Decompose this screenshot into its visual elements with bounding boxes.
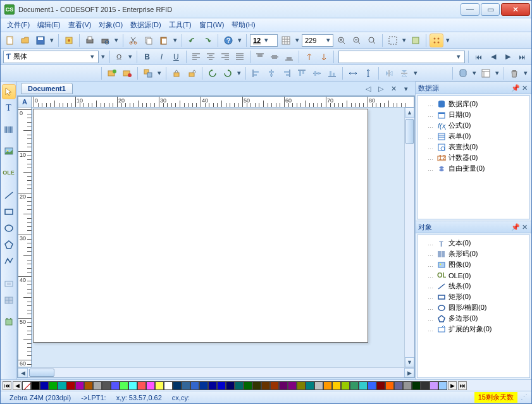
label-page[interactable] <box>33 109 368 343</box>
titlebar[interactable]: CS Document1 - CODESOFT 2015 - Enterpris… <box>1 1 531 18</box>
db-dropdown[interactable]: ▾ <box>471 66 478 80</box>
color-swatch[interactable] <box>412 381 421 390</box>
cut-button[interactable] <box>127 34 140 47</box>
menu-edit[interactable]: 编辑(E) <box>34 19 65 31</box>
tree-item[interactable]: 表单(0) <box>420 131 527 142</box>
tree-item[interactable]: 圆形/椭圆(0) <box>420 302 527 313</box>
align-left-button[interactable] <box>249 66 263 80</box>
fontsize-combo[interactable]: 12 ▾ <box>250 34 278 47</box>
color-swatch[interactable] <box>137 381 146 390</box>
zoomfit-button[interactable] <box>365 34 379 47</box>
trash-dropdown[interactable]: ▾ <box>523 66 529 80</box>
vertical-ruler[interactable]: 0102030405060 <box>18 107 32 367</box>
palette-prev-button[interactable]: ◀ <box>13 381 22 390</box>
scroll-thumb[interactable] <box>405 119 414 144</box>
color-swatch[interactable] <box>208 381 217 390</box>
color-swatch[interactable] <box>235 381 244 390</box>
help-button[interactable]: ? <box>221 34 235 47</box>
color-swatch[interactable] <box>155 381 164 390</box>
flipV-button[interactable] <box>397 66 411 80</box>
color-swatch[interactable] <box>217 381 226 390</box>
print-preview-button[interactable] <box>98 34 112 47</box>
dist-h-button[interactable] <box>346 66 360 80</box>
maximize-button[interactable]: ▭ <box>481 3 500 16</box>
pointer-tool[interactable] <box>2 84 16 99</box>
ruler-corner[interactable]: A <box>18 96 32 107</box>
next-button[interactable]: ▶ <box>501 50 514 64</box>
color-swatch[interactable] <box>146 381 155 390</box>
chevron-down-icon[interactable]: ▾ <box>262 36 271 44</box>
color-swatch[interactable] <box>403 381 412 390</box>
flip-dropdown[interactable]: ▾ <box>412 66 419 80</box>
tree-item[interactable]: 扩展的对象(0) <box>420 324 527 334</box>
color-swatch[interactable] <box>252 381 261 390</box>
menu-window[interactable]: 窗口(W) <box>195 19 228 31</box>
redo-button[interactable] <box>201 34 214 47</box>
color-swatch[interactable] <box>190 381 199 390</box>
undo-button[interactable] <box>185 34 199 47</box>
layer2-button[interactable] <box>120 66 134 80</box>
alignjustify-button[interactable] <box>233 50 247 64</box>
trash-button[interactable] <box>507 66 521 80</box>
menu-view[interactable]: 查看(V) <box>65 19 96 31</box>
tab-close-button[interactable]: ✕ <box>388 83 399 94</box>
tree-item[interactable]: 日期(0) <box>420 109 527 120</box>
nocolor-swatch[interactable] <box>22 381 31 390</box>
paste-button[interactable] <box>157 34 171 47</box>
color-swatch[interactable] <box>323 381 332 390</box>
layer1-button[interactable] <box>105 66 119 80</box>
tree-item[interactable]: 矩形(0) <box>420 291 527 302</box>
selectall-button[interactable] <box>386 34 400 47</box>
form-dropdown[interactable]: ▾ <box>494 66 500 80</box>
lock-button[interactable] <box>170 66 183 80</box>
charmap-button[interactable]: Ω <box>113 50 127 64</box>
style-combo[interactable]: ▾ <box>338 51 465 63</box>
color-swatch[interactable] <box>438 381 447 390</box>
color-swatch[interactable] <box>58 381 66 390</box>
group1-dropdown[interactable]: ▾ <box>156 66 163 80</box>
italic-button[interactable]: I <box>155 50 168 64</box>
new-button[interactable] <box>3 34 17 47</box>
align-top-button[interactable] <box>295 66 309 80</box>
horizontal-ruler[interactable]: 01020304050607080 <box>32 96 414 107</box>
align-middle-button[interactable] <box>310 66 324 80</box>
poly-line-tool[interactable] <box>2 254 16 269</box>
tab-menu-button[interactable]: ▾ <box>401 83 411 94</box>
color-swatch[interactable] <box>430 381 438 390</box>
color-swatch[interactable] <box>394 381 403 390</box>
color-swatch[interactable] <box>120 381 128 390</box>
color-swatch[interactable] <box>49 381 58 390</box>
color-swatch[interactable] <box>288 381 297 390</box>
wizard-button[interactable] <box>62 34 76 47</box>
vertical-scrollbar[interactable]: ▲ ▼ <box>404 107 414 367</box>
save-button[interactable] <box>34 34 47 47</box>
menu-file[interactable]: 文件(F) <box>3 19 34 31</box>
tree-item[interactable]: OLEOLE(0) <box>420 270 527 281</box>
font-dropdown[interactable]: ▾ <box>100 50 106 64</box>
menu-object[interactable]: 对象(O) <box>95 19 127 31</box>
underline-button[interactable]: U <box>170 50 183 64</box>
help-dropdown[interactable]: ▾ <box>237 34 243 47</box>
chevron-down-icon[interactable]: ▾ <box>454 52 463 61</box>
close-button[interactable]: ✕ <box>501 3 530 16</box>
horizontal-scrollbar[interactable]: ◀ ▶ <box>18 367 414 377</box>
tree-item[interactable]: 图像(0) <box>420 259 527 270</box>
tree-item[interactable]: T文本(0) <box>420 238 527 248</box>
group1-button[interactable] <box>141 66 155 80</box>
font-combo[interactable]: Ƭ ▾ <box>3 51 99 63</box>
color-swatch[interactable] <box>368 381 376 390</box>
color-swatch[interactable] <box>421 381 430 390</box>
color-swatch[interactable] <box>84 381 93 390</box>
shape2-tool[interactable] <box>2 293 16 308</box>
color-swatch[interactable] <box>359 381 368 390</box>
chevron-down-icon[interactable]: ▾ <box>325 36 331 44</box>
shape1-tool[interactable] <box>2 276 16 291</box>
zoom-combo[interactable]: ▾ <box>302 34 333 47</box>
refresh-button[interactable] <box>409 34 423 47</box>
color-swatch[interactable] <box>314 381 323 390</box>
pin-icon[interactable]: 📌 <box>511 223 520 231</box>
chevron-down-icon[interactable]: ▾ <box>88 52 97 61</box>
color-swatch[interactable] <box>164 381 173 390</box>
color-swatch[interactable] <box>279 381 288 390</box>
circle-tool[interactable] <box>2 221 16 236</box>
